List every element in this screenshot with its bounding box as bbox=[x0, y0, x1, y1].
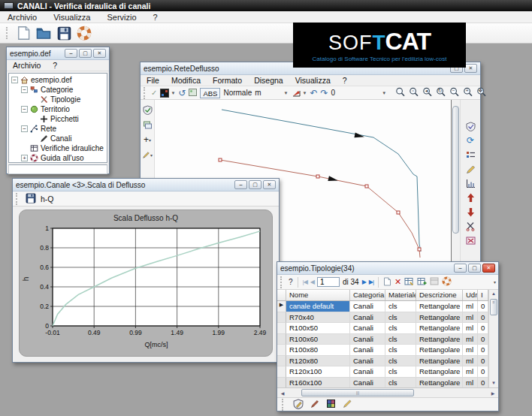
cell-categoria[interactable]: Canali bbox=[350, 312, 385, 324]
toolbar-overflow-icon[interactable]: ▾ bbox=[494, 279, 496, 285]
table-row[interactable]: R120x100CanaliclsRettangolare 120...ml0 bbox=[277, 366, 498, 378]
horizontal-scrollbar[interactable]: ◀ ||| ▶ bbox=[277, 388, 498, 398]
cell-nome[interactable]: R100x50 bbox=[286, 323, 350, 334]
cell-i[interactable]: 0 bbox=[478, 301, 488, 312]
color-swatch-icon[interactable]: ▼ bbox=[160, 89, 175, 98]
save-floppy-icon[interactable] bbox=[26, 193, 36, 205]
table-row[interactable]: R100x50CanaliclsRettangolare 100...ml0 bbox=[277, 323, 498, 334]
collapse-icon[interactable]: − bbox=[21, 106, 28, 113]
nav-last-button[interactable]: ▶| bbox=[369, 279, 373, 285]
table-row[interactable]: R70x40CanaliclsRettangolare 70x...ml0 bbox=[277, 312, 498, 324]
header-categoria[interactable]: Categoria bbox=[350, 290, 385, 300]
cell-nome[interactable]: R160x100 bbox=[286, 378, 350, 389]
chart-bars-icon[interactable] bbox=[465, 178, 476, 188]
close-button[interactable] bbox=[482, 264, 495, 273]
cell-nome[interactable]: R120x80 bbox=[286, 356, 350, 367]
def-menu-help[interactable]: ? bbox=[53, 61, 57, 70]
cell-categoria[interactable]: Canali bbox=[350, 378, 385, 389]
rete-menu-formato[interactable]: Formato bbox=[213, 76, 242, 85]
cell-i[interactable]: 0 bbox=[478, 312, 488, 324]
cell-categoria[interactable]: Canali bbox=[350, 334, 385, 345]
maximize-button[interactable] bbox=[79, 49, 92, 58]
scroll-up-icon[interactable]: ▲ bbox=[489, 290, 498, 298]
cell-udm[interactable]: ml bbox=[463, 334, 478, 345]
vertex-marker[interactable] bbox=[219, 158, 222, 161]
cell-i[interactable]: 0 bbox=[478, 323, 488, 334]
cell-categoria[interactable]: Canali bbox=[350, 301, 385, 312]
arrow-up-red-icon[interactable] bbox=[465, 192, 476, 203]
cell-nome[interactable]: R70x40 bbox=[286, 312, 350, 324]
cell-descrizione[interactable]: Rettangolare 160... bbox=[416, 378, 463, 389]
cell-i[interactable]: 0 bbox=[478, 334, 488, 345]
tree-item-territorio[interactable]: −Territorio bbox=[9, 104, 107, 114]
rete-menu-help[interactable]: ? bbox=[343, 76, 347, 85]
confirm-check-icon[interactable]: ✓ bbox=[151, 89, 157, 97]
cell-categoria[interactable]: Canali bbox=[350, 356, 385, 367]
rete-menu-file[interactable]: File bbox=[147, 76, 159, 85]
undo-icon[interactable]: ↶ bbox=[310, 89, 317, 98]
cell-materiale[interactable]: cls bbox=[385, 312, 416, 324]
cell-udm[interactable]: ml bbox=[463, 345, 478, 356]
zoom-out-icon[interactable]: − bbox=[449, 87, 460, 99]
cancel-red-icon[interactable] bbox=[465, 235, 476, 246]
menu-servizio[interactable]: Servizio bbox=[107, 13, 136, 22]
help-icon[interactable]: ? bbox=[289, 278, 293, 286]
menu-archivio[interactable]: Archivio bbox=[8, 13, 37, 22]
layers-icon[interactable] bbox=[142, 119, 153, 130]
cell-i[interactable]: 0 bbox=[478, 345, 488, 356]
tree-item-rete[interactable]: −Rete bbox=[9, 124, 107, 134]
menu-help[interactable]: ? bbox=[153, 13, 158, 22]
nav-first-button[interactable]: |◀ bbox=[303, 279, 307, 285]
cell-materiale[interactable]: cls bbox=[385, 301, 416, 312]
minimize-button[interactable] bbox=[454, 264, 467, 273]
cell-udm[interactable]: ml bbox=[463, 366, 478, 378]
cell-descrizione[interactable]: Rettangolare 100... bbox=[416, 323, 463, 334]
cell-materiale[interactable]: cls bbox=[385, 356, 416, 367]
vertex-marker[interactable] bbox=[316, 175, 319, 178]
header-materiale[interactable]: Materiale bbox=[385, 290, 416, 300]
angle-value-combo[interactable]: 0▼ bbox=[331, 89, 387, 97]
row-selector[interactable] bbox=[277, 323, 286, 334]
def-menu-archivio[interactable]: Archivio bbox=[13, 61, 41, 70]
unit-combo[interactable]: m▼ bbox=[255, 89, 288, 97]
tree-item-verifiche-idrauliche[interactable]: Verifiche idrauliche bbox=[9, 143, 107, 153]
table-row[interactable]: R100x60CanaliclsRettangolare 100...ml0 bbox=[277, 334, 498, 345]
row-selector[interactable] bbox=[277, 334, 286, 345]
record-number-input[interactable] bbox=[317, 277, 340, 287]
cell-materiale[interactable]: cls bbox=[385, 323, 416, 334]
header-descrizione[interactable]: Descrizione bbox=[416, 290, 463, 300]
scroll-down-icon[interactable]: ▼ bbox=[489, 379, 498, 387]
tree-item-guida-all-uso[interactable]: +Guida all'uso bbox=[9, 153, 107, 163]
scrollbar-thumb[interactable]: ||| bbox=[301, 389, 414, 396]
close-button[interactable] bbox=[464, 64, 477, 73]
cell-materiale[interactable]: cls bbox=[385, 334, 416, 345]
new-file-icon[interactable] bbox=[15, 25, 32, 41]
rete-menu-disegna[interactable]: Disegna bbox=[254, 76, 283, 85]
row-selector[interactable] bbox=[277, 366, 286, 378]
cell-i[interactable]: 0 bbox=[478, 366, 488, 378]
arrow-down-red-icon[interactable] bbox=[465, 206, 476, 217]
cell-descrizione[interactable]: Rettangolare 100... bbox=[416, 301, 463, 312]
cell-materiale[interactable]: cls bbox=[385, 378, 416, 389]
scrollbar-thumb[interactable] bbox=[452, 106, 459, 234]
pencil-yellow-icon[interactable] bbox=[342, 399, 352, 410]
cell-descrizione[interactable]: Rettangolare 70x... bbox=[416, 312, 463, 324]
shield-draw-icon[interactable] bbox=[142, 104, 153, 115]
delete-record-icon[interactable]: ✕ bbox=[394, 277, 401, 287]
tree-item-picchetti[interactable]: Picchetti bbox=[9, 114, 107, 124]
cell-nome[interactable]: canale default bbox=[286, 301, 350, 312]
shield-edit-icon[interactable] bbox=[293, 399, 304, 411]
cell-udm[interactable]: ml bbox=[463, 312, 478, 324]
cell-categoria[interactable]: Canali bbox=[350, 345, 385, 356]
scroll-right-icon[interactable]: ▶ bbox=[488, 390, 498, 396]
refresh-icon[interactable]: ⟳ bbox=[465, 135, 476, 146]
row-selector[interactable] bbox=[277, 356, 286, 367]
cell-nome[interactable]: R100x60 bbox=[286, 334, 350, 345]
table-row[interactable]: R120x80CanaliclsRettangolare 120...ml0 bbox=[277, 356, 498, 367]
table-row[interactable]: R160x100CanaliclsRettangolare 160...ml0 bbox=[277, 378, 498, 389]
grid-color-icon[interactable] bbox=[326, 399, 336, 410]
table-row[interactable]: R100x80CanaliclsRettangolare 100...ml0 bbox=[277, 345, 498, 356]
minimize-button[interactable] bbox=[65, 49, 77, 58]
cell-nome[interactable]: R120x100 bbox=[286, 366, 350, 378]
save-icon[interactable] bbox=[56, 25, 72, 41]
